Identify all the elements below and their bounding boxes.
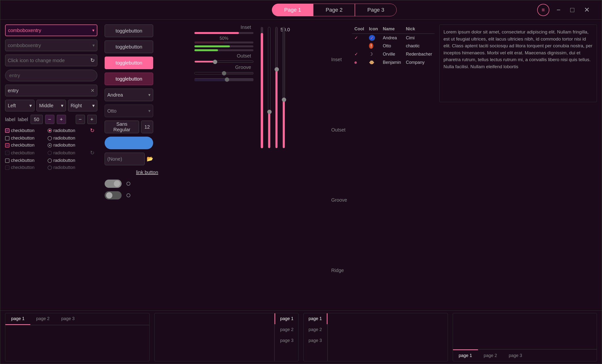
counter-plus2[interactable]: + [87,115,97,124]
slider-3-track[interactable] [194,45,253,47]
tab-1-page1[interactable]: page 1 [5,313,30,325]
table-row[interactable]: ✓ ✓ Andrea Cimi [352,34,434,42]
link-button[interactable]: link button [105,169,190,176]
check-item-2[interactable]: checkbutton [5,136,47,141]
tab-1-page3[interactable]: page 3 [55,313,80,325]
combobox-entry2[interactable]: ▾ [5,40,97,51]
table-row[interactable]: ! Otto chaotic [352,42,434,50]
radio-item-2[interactable]: radiobutton [48,136,89,141]
slider-1-track[interactable] [194,32,253,34]
slider-6-thumb[interactable] [222,71,226,75]
toggle-btn-2[interactable]: togglebutton [105,41,153,53]
vslider-4-thumb[interactable] [282,97,286,102]
mode-entry[interactable] [8,58,90,63]
switch-2[interactable] [105,191,122,200]
radio-item-1[interactable]: radiobutton [48,128,89,134]
checkbox-5[interactable] [5,159,10,163]
slider-2-track[interactable] [194,42,253,43]
tab-4-page3[interactable]: page 3 [503,349,528,361]
combobox-entry1[interactable]: comboboxentry ▾ [5,24,97,36]
checkbox-4[interactable] [5,151,10,155]
checkbox-3[interactable] [5,143,10,148]
toggle-btn-4[interactable]: togglebutton [105,73,153,85]
slider-4-track[interactable] [194,49,253,51]
tab-2-page2[interactable]: page 2 [275,324,298,335]
slider-6-wrap [192,72,256,75]
checkbox-1[interactable] [5,128,10,133]
clear-icon[interactable]: ✕ [91,88,95,93]
tab-4-page2[interactable]: page 2 [478,349,503,361]
font-name-btn[interactable]: Sans Regular [105,121,139,133]
slider-7-thumb[interactable] [225,77,229,82]
table-row[interactable]: 🐵 Benjamin Company [352,58,434,66]
entry-with-icon[interactable]: ↻ [5,55,97,66]
radio-3[interactable] [48,143,52,148]
slider-7-track[interactable] [194,78,253,81]
tab-1-page2[interactable]: page 2 [30,313,55,325]
font-size-btn[interactable]: 12 [141,121,153,133]
menu-icon[interactable]: ≡ [537,4,549,16]
entry-clearable[interactable]: ✕ [5,85,97,96]
combo-andrea[interactable]: Andrea ▾ [105,89,153,101]
radio-4[interactable] [48,151,52,155]
entry-plain[interactable]: entry [5,70,97,81]
vslider-1-track[interactable] [261,27,263,148]
minimize-button[interactable]: − [554,5,563,15]
toggle-btn-1[interactable]: togglebutton [105,24,153,37]
check-item-3[interactable]: checkbutton [5,143,47,148]
vslider-3-track[interactable] [275,27,278,148]
file-open-icon[interactable]: 📂 [147,156,153,162]
check-item-5[interactable]: checkbutton [5,158,47,163]
combobox-input1[interactable]: comboboxentry [8,28,92,33]
tab-bar-4: page 1 page 2 page 3 [453,349,597,361]
slider-6-track[interactable] [194,72,253,75]
radio-item-3[interactable]: radiobutton [48,143,89,148]
slider-5-track[interactable] [194,61,253,63]
check-item-6[interactable]: checkbutton [5,165,47,170]
radio-2[interactable] [48,136,52,140]
maximize-button[interactable]: □ [568,5,577,15]
section-labels-col: Inset Outset Groove Ridge [329,24,350,306]
dropdown-middle[interactable]: Middle ▾ [36,100,66,111]
toggle-btn-3[interactable]: togglebutton [105,56,153,69]
tab-4-page1[interactable]: page 1 [453,349,478,361]
radio-5[interactable] [48,159,52,163]
refresh-icon[interactable]: ↻ [90,57,95,64]
radio-item-6[interactable]: radiobutton [48,165,89,170]
combo-otto[interactable]: Otto ▾ [105,105,153,117]
dropdown-left[interactable]: Left ▾ [5,100,34,111]
tab-2-page1[interactable]: page 1 [275,313,298,324]
counter-plus[interactable]: + [57,115,66,124]
tab-3-page3[interactable]: page 3 [304,335,327,346]
counter-minus[interactable]: − [45,115,54,124]
color-button[interactable] [105,137,153,149]
radio-1[interactable] [48,128,52,133]
table-row[interactable]: ✓ ☽ Orville Redenbacher [352,50,434,58]
radio-6[interactable] [48,165,52,170]
close-button[interactable]: ✕ [582,5,592,15]
slider-5-thumb[interactable] [213,60,217,64]
switch-1[interactable] [105,180,122,188]
tab-page2[interactable]: Page 2 [313,4,355,16]
check-item-4[interactable]: checkbutton [5,150,47,156]
slider-4-fill [194,49,218,51]
check-item-1[interactable]: checkbutton [5,128,47,134]
tab-3-page1[interactable]: page 1 [304,313,327,324]
checkbox-2[interactable] [5,136,10,140]
vslider-2-thumb[interactable] [267,110,272,114]
tab-page1[interactable]: Page 1 [272,4,314,16]
vslider-3-thumb[interactable] [275,67,279,72]
counter-minus2[interactable]: − [76,115,85,124]
radio-item-5[interactable]: radiobutton [48,158,89,163]
vslider-2-track[interactable] [268,27,270,148]
vslider-4-track[interactable] [282,27,285,148]
checkbox-6[interactable] [5,165,10,170]
radio-item-4[interactable]: radiobutton [48,150,89,156]
clearable-input[interactable] [8,88,91,93]
tab-page3[interactable]: Page 3 [355,4,397,16]
dropdown-right[interactable]: Right ▾ [68,100,97,111]
combobox-input2[interactable] [8,43,93,48]
file-entry[interactable]: (None) [105,153,145,165]
tab-3-page2[interactable]: page 2 [304,324,327,335]
tab-2-page3[interactable]: page 3 [275,335,298,346]
